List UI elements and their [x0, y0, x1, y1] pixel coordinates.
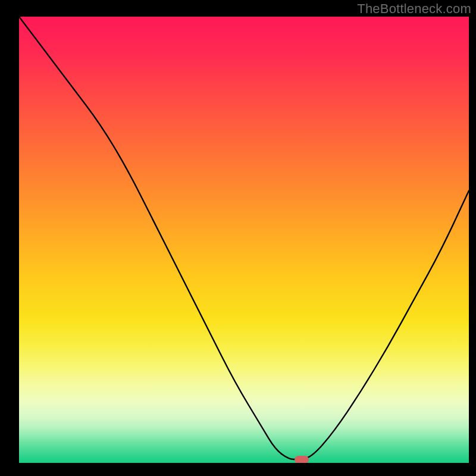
bottleneck-curve [19, 17, 469, 463]
optimal-point-marker [295, 456, 309, 464]
chart-frame: TheBottleneck.com [0, 0, 476, 476]
watermark-text: TheBottleneck.com [357, 1, 471, 17]
plot-area [19, 17, 469, 463]
